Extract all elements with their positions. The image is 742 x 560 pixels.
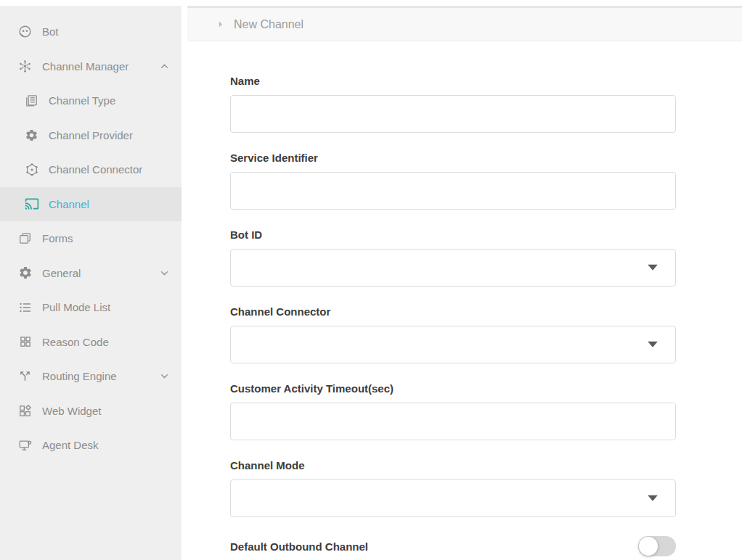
dropdown-caret-icon — [648, 495, 658, 502]
form-field: Channel Connector — [230, 305, 676, 363]
channel-mode-select[interactable] — [230, 479, 676, 517]
sidebar-item-web-widget[interactable]: Web Widget — [0, 394, 182, 429]
sidebar-item-label: Pull Mode List — [42, 301, 110, 313]
chevron-down-icon[interactable] — [158, 266, 171, 279]
service-identifier-input[interactable] — [230, 172, 676, 210]
form-field: Channel Mode — [230, 459, 676, 517]
sidebar-item-label: Channel — [49, 198, 89, 210]
field-label: Service Identifier — [230, 152, 676, 164]
sidebar-item-routing-engine[interactable]: Routing Engine — [0, 359, 182, 394]
channel-manager-icon — [17, 59, 33, 74]
sidebar-item-label: Forms — [42, 232, 73, 244]
chevron-down-icon[interactable] — [158, 370, 171, 383]
sidebar-item-forms[interactable]: Forms — [0, 221, 182, 256]
sidebar-item-reason-code[interactable]: Reason Code — [0, 325, 182, 360]
toggle-knob — [639, 537, 658, 556]
dropdown-caret-icon — [648, 342, 658, 348]
form-field: Customer Activity Timeout(sec) — [230, 382, 676, 440]
form-field: Name — [230, 75, 676, 133]
sidebar-item-label: Channel Provider — [49, 129, 133, 141]
sidebar-item-label: Channel Connector — [49, 163, 142, 176]
route-split-icon — [17, 368, 33, 384]
default-outbound-channel-toggle[interactable] — [638, 536, 676, 556]
form-field: Default Outbound Channel — [230, 536, 676, 556]
bot-icon — [17, 24, 33, 39]
channel-type-icon — [24, 93, 39, 108]
form-field: Bot ID — [230, 228, 676, 287]
field-label: Bot ID — [230, 228, 676, 241]
sidebar-item-channel[interactable]: Channel — [0, 187, 182, 222]
sidebar-item-channel-connector[interactable]: Channel Connector — [0, 152, 182, 187]
field-label: Channel Mode — [230, 459, 676, 472]
field-label: Name — [230, 75, 676, 87]
sidebar: Bot Channel Manager Channel Type Channel… — [0, 6, 182, 560]
sidebar-item-bot[interactable]: Bot — [0, 15, 182, 49]
agent-desk-icon — [17, 437, 33, 453]
breadcrumb-bar: New Channel — [187, 6, 742, 41]
widgets-icon — [17, 403, 33, 419]
cast-icon — [24, 197, 39, 212]
sidebar-item-label: Routing Engine — [42, 370, 117, 382]
sidebar-item-channel-manager[interactable]: Channel Manager — [0, 49, 182, 84]
sidebar-item-label: Agent Desk — [42, 439, 99, 451]
forms-icon — [17, 231, 33, 246]
sidebar-item-label: Channel Manager — [42, 60, 129, 73]
field-label: Default Outbound Channel — [230, 540, 368, 553]
sidebar-item-label: General — [42, 267, 81, 279]
channel-provider-icon — [24, 128, 39, 143]
sidebar-item-pull-mode-list[interactable]: Pull Mode List — [0, 290, 182, 325]
chevron-up-icon[interactable] — [158, 59, 171, 73]
gear-icon — [17, 265, 33, 281]
sidebar-item-label: Channel Type — [49, 94, 115, 107]
channel-connector-icon — [24, 162, 39, 177]
breadcrumb: New Channel — [234, 18, 303, 31]
sidebar-item-label: Bot — [42, 25, 59, 38]
dropdown-caret-icon — [648, 265, 658, 271]
app-root: Bot Channel Manager Channel Type Channel… — [0, 0, 742, 560]
sidebar-item-channel-provider[interactable]: Channel Provider — [0, 118, 182, 153]
customer-activity-timeout-sec-input[interactable] — [230, 403, 676, 440]
bot-id-select[interactable] — [230, 249, 676, 287]
form-field: Service Identifier — [230, 152, 676, 210]
field-label: Customer Activity Timeout(sec) — [230, 382, 676, 395]
form-area: Name Service Identifier Bot ID Channel C… — [187, 41, 742, 560]
sidebar-item-label: Web Widget — [42, 405, 101, 417]
main-area: New Channel Name Service Identifier Bot … — [187, 6, 742, 560]
name-input[interactable] — [230, 95, 676, 133]
sidebar-item-label: Reason Code — [42, 336, 109, 348]
channel-connector-select[interactable] — [230, 326, 676, 363]
field-label: Channel Connector — [230, 305, 676, 318]
list-icon — [17, 300, 33, 315]
grid-icon — [17, 334, 33, 350]
sidebar-item-agent-desk[interactable]: Agent Desk — [0, 428, 182, 463]
sidebar-item-channel-type[interactable]: Channel Type — [0, 83, 182, 118]
sidebar-item-general[interactable]: General — [0, 256, 182, 291]
breadcrumb-arrow-icon[interactable] — [215, 19, 226, 30]
